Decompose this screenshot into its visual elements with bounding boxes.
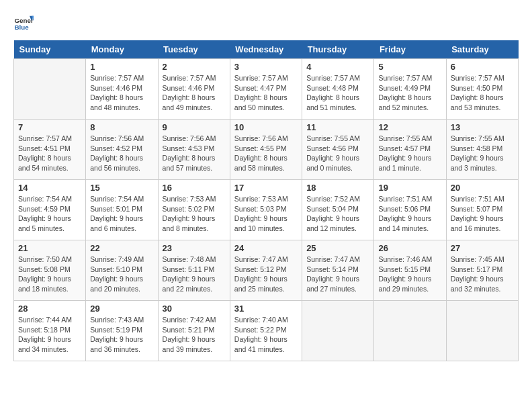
- calendar-cell: 3Sunrise: 7:57 AMSunset: 4:47 PMDaylight…: [230, 59, 302, 120]
- day-info: Sunrise: 7:55 AMSunset: 4:57 PMDaylight:…: [378, 134, 441, 173]
- day-number: 1: [90, 62, 153, 72]
- day-info: Sunrise: 7:45 AMSunset: 5:17 PMDaylight:…: [451, 255, 514, 294]
- day-number: 25: [306, 243, 369, 253]
- calendar-cell: 20Sunrise: 7:51 AMSunset: 5:07 PMDayligh…: [446, 180, 518, 240]
- calendar-cell: 4Sunrise: 7:57 AMSunset: 4:48 PMDaylight…: [302, 59, 374, 120]
- calendar-cell: 14Sunrise: 7:54 AMSunset: 4:59 PMDayligh…: [14, 180, 86, 240]
- day-number: 29: [90, 304, 153, 314]
- day-number: 7: [18, 122, 81, 132]
- calendar-cell: 31Sunrise: 7:40 AMSunset: 5:22 PMDayligh…: [230, 301, 302, 361]
- day-number: 23: [163, 243, 226, 253]
- day-info: Sunrise: 7:42 AMSunset: 5:21 PMDaylight:…: [163, 315, 226, 355]
- calendar-cell: 28Sunrise: 7:44 AMSunset: 5:18 PMDayligh…: [14, 301, 86, 361]
- weekday-header-tuesday: Tuesday: [158, 40, 230, 59]
- calendar-cell: 8Sunrise: 7:56 AMSunset: 4:52 PMDaylight…: [86, 120, 158, 180]
- day-info: Sunrise: 7:47 AMSunset: 5:14 PMDaylight:…: [306, 255, 369, 294]
- calendar-cell: 24Sunrise: 7:47 AMSunset: 5:12 PMDayligh…: [230, 240, 302, 301]
- calendar-cell: 9Sunrise: 7:56 AMSunset: 4:53 PMDaylight…: [158, 120, 230, 180]
- calendar-cell: [14, 59, 86, 120]
- calendar-cell: 1Sunrise: 7:57 AMSunset: 4:46 PMDaylight…: [86, 59, 158, 120]
- day-number: 15: [90, 183, 153, 193]
- day-info: Sunrise: 7:57 AMSunset: 4:51 PMDaylight:…: [18, 134, 81, 173]
- day-info: Sunrise: 7:56 AMSunset: 4:53 PMDaylight:…: [163, 134, 226, 173]
- day-info: Sunrise: 7:44 AMSunset: 5:18 PMDaylight:…: [18, 315, 81, 355]
- day-number: 2: [163, 62, 226, 72]
- calendar-cell: [446, 301, 518, 361]
- day-info: Sunrise: 7:54 AMSunset: 5:01 PMDaylight:…: [90, 194, 153, 234]
- day-info: Sunrise: 7:46 AMSunset: 5:15 PMDaylight:…: [378, 255, 441, 294]
- day-number: 26: [378, 243, 441, 253]
- calendar-cell: 12Sunrise: 7:55 AMSunset: 4:57 PMDayligh…: [374, 120, 446, 180]
- day-info: Sunrise: 7:53 AMSunset: 5:02 PMDaylight:…: [163, 194, 226, 234]
- day-info: Sunrise: 7:51 AMSunset: 5:07 PMDaylight:…: [451, 194, 514, 234]
- day-number: 27: [451, 243, 514, 253]
- calendar-cell: [374, 301, 446, 361]
- day-info: Sunrise: 7:56 AMSunset: 4:52 PMDaylight:…: [90, 134, 153, 173]
- weekday-header-friday: Friday: [374, 40, 446, 59]
- day-number: 24: [234, 243, 298, 253]
- day-number: 19: [378, 183, 441, 193]
- week-row-1: 1Sunrise: 7:57 AMSunset: 4:46 PMDaylight…: [14, 59, 519, 120]
- day-number: 16: [163, 183, 226, 193]
- day-number: 18: [306, 183, 369, 193]
- day-info: Sunrise: 7:57 AMSunset: 4:46 PMDaylight:…: [90, 73, 153, 113]
- day-info: Sunrise: 7:51 AMSunset: 5:06 PMDaylight:…: [378, 194, 441, 234]
- day-info: Sunrise: 7:57 AMSunset: 4:46 PMDaylight:…: [163, 73, 226, 113]
- day-info: Sunrise: 7:55 AMSunset: 4:56 PMDaylight:…: [306, 134, 369, 173]
- calendar-cell: 17Sunrise: 7:53 AMSunset: 5:03 PMDayligh…: [230, 180, 302, 240]
- calendar-cell: 29Sunrise: 7:43 AMSunset: 5:19 PMDayligh…: [86, 301, 158, 361]
- calendar-cell: 6Sunrise: 7:57 AMSunset: 4:50 PMDaylight…: [446, 59, 518, 120]
- week-row-5: 28Sunrise: 7:44 AMSunset: 5:18 PMDayligh…: [14, 301, 519, 361]
- day-info: Sunrise: 7:43 AMSunset: 5:19 PMDaylight:…: [90, 315, 153, 355]
- calendar-table: SundayMondayTuesdayWednesdayThursdayFrid…: [13, 40, 519, 361]
- week-row-4: 21Sunrise: 7:50 AMSunset: 5:08 PMDayligh…: [14, 240, 519, 301]
- day-info: Sunrise: 7:40 AMSunset: 5:22 PMDaylight:…: [234, 315, 298, 355]
- day-info: Sunrise: 7:48 AMSunset: 5:11 PMDaylight:…: [163, 255, 226, 294]
- day-info: Sunrise: 7:57 AMSunset: 4:48 PMDaylight:…: [306, 73, 369, 113]
- weekday-header-sunday: Sunday: [14, 40, 86, 59]
- calendar-cell: 11Sunrise: 7:55 AMSunset: 4:56 PMDayligh…: [302, 120, 374, 180]
- calendar-cell: 5Sunrise: 7:57 AMSunset: 4:49 PMDaylight…: [374, 59, 446, 120]
- day-info: Sunrise: 7:57 AMSunset: 4:47 PMDaylight:…: [234, 73, 298, 113]
- day-number: 30: [163, 304, 226, 314]
- calendar-cell: 7Sunrise: 7:57 AMSunset: 4:51 PMDaylight…: [14, 120, 86, 180]
- day-number: 12: [378, 122, 441, 132]
- calendar-cell: 19Sunrise: 7:51 AMSunset: 5:06 PMDayligh…: [374, 180, 446, 240]
- day-info: Sunrise: 7:50 AMSunset: 5:08 PMDaylight:…: [18, 255, 81, 294]
- calendar-cell: 22Sunrise: 7:49 AMSunset: 5:10 PMDayligh…: [86, 240, 158, 301]
- day-info: Sunrise: 7:52 AMSunset: 5:04 PMDaylight:…: [306, 194, 369, 234]
- svg-text:Blue: Blue: [15, 24, 30, 31]
- day-number: 21: [18, 243, 81, 253]
- calendar-cell: 2Sunrise: 7:57 AMSunset: 4:46 PMDaylight…: [158, 59, 230, 120]
- day-number: 31: [234, 304, 298, 314]
- day-number: 4: [306, 62, 369, 72]
- calendar-cell: 25Sunrise: 7:47 AMSunset: 5:14 PMDayligh…: [302, 240, 374, 301]
- calendar-cell: 27Sunrise: 7:45 AMSunset: 5:17 PMDayligh…: [446, 240, 518, 301]
- weekday-header-monday: Monday: [86, 40, 158, 59]
- weekday-header-row: SundayMondayTuesdayWednesdayThursdayFrid…: [14, 40, 519, 59]
- calendar-cell: [302, 301, 374, 361]
- day-number: 28: [18, 304, 81, 314]
- weekday-header-saturday: Saturday: [446, 40, 518, 59]
- day-number: 11: [306, 122, 369, 132]
- day-number: 17: [234, 183, 298, 193]
- logo: General Blue: [13, 13, 38, 34]
- day-info: Sunrise: 7:53 AMSunset: 5:03 PMDaylight:…: [234, 194, 298, 234]
- day-number: 20: [451, 183, 514, 193]
- weekday-header-wednesday: Wednesday: [230, 40, 302, 59]
- week-row-3: 14Sunrise: 7:54 AMSunset: 4:59 PMDayligh…: [14, 180, 519, 240]
- day-info: Sunrise: 7:56 AMSunset: 4:55 PMDaylight:…: [234, 134, 298, 173]
- calendar-cell: 23Sunrise: 7:48 AMSunset: 5:11 PMDayligh…: [158, 240, 230, 301]
- calendar-cell: 26Sunrise: 7:46 AMSunset: 5:15 PMDayligh…: [374, 240, 446, 301]
- day-number: 22: [90, 243, 153, 253]
- calendar-cell: 10Sunrise: 7:56 AMSunset: 4:55 PMDayligh…: [230, 120, 302, 180]
- calendar-cell: 21Sunrise: 7:50 AMSunset: 5:08 PMDayligh…: [14, 240, 86, 301]
- day-number: 14: [18, 183, 81, 193]
- day-number: 3: [234, 62, 298, 72]
- page-header: General Blue: [13, 13, 519, 34]
- calendar-cell: 15Sunrise: 7:54 AMSunset: 5:01 PMDayligh…: [86, 180, 158, 240]
- calendar-cell: 13Sunrise: 7:55 AMSunset: 4:58 PMDayligh…: [446, 120, 518, 180]
- week-row-2: 7Sunrise: 7:57 AMSunset: 4:51 PMDaylight…: [14, 120, 519, 180]
- calendar-cell: 16Sunrise: 7:53 AMSunset: 5:02 PMDayligh…: [158, 180, 230, 240]
- day-number: 8: [90, 122, 153, 132]
